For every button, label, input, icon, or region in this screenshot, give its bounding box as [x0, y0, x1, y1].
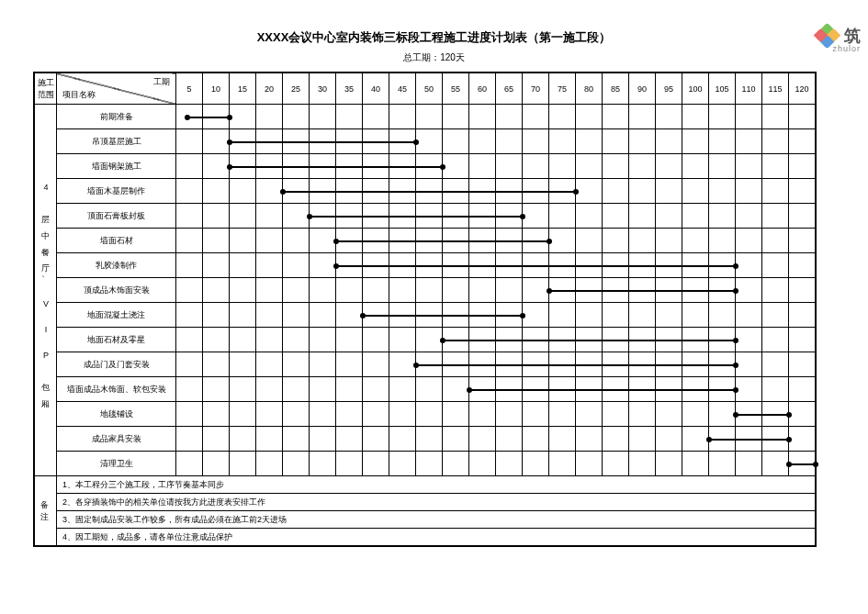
page-title: XXXX会议中心室内装饰三标段工程施工进度计划表（第一施工段）	[0, 29, 868, 46]
header-item-label: 项目名称	[62, 89, 96, 101]
tick-header: 105	[709, 73, 736, 105]
tick-header: 70	[523, 73, 549, 105]
gantt-bar	[469, 389, 736, 391]
gantt-bar	[336, 240, 549, 242]
gantt-cell	[176, 303, 203, 328]
gantt-cell	[176, 352, 203, 377]
header-scope: 施工范围	[35, 73, 57, 105]
tick-header: 65	[496, 73, 523, 105]
gantt-cell	[176, 427, 203, 452]
task-name: 吊顶基层施工	[57, 129, 176, 154]
tick-header: 100	[682, 73, 709, 105]
task-name: 地面石材及零星	[57, 328, 176, 352]
note-line: 1、本工程分三个施工段，工序节奏基本同步	[57, 476, 816, 494]
scope-label: 4 层 中 餐 厅 、 V I P 包 厢	[39, 183, 51, 396]
gantt-bar	[230, 166, 443, 168]
tick-header: 120	[789, 73, 816, 105]
tick-header: 85	[603, 73, 629, 105]
watermark-subtext: zhulor	[832, 44, 861, 53]
gantt-bar	[789, 463, 816, 465]
task-name: 成品家具安装	[57, 427, 176, 452]
task-name: 墙面钢架施工	[57, 154, 176, 179]
header-diagonal: 工期 项目名称	[57, 73, 176, 105]
note-line: 4、因工期短，成品多，请各单位注意成品保护	[57, 529, 816, 546]
gantt-bar	[709, 439, 789, 441]
task-name: 乳胶漆制作	[57, 253, 176, 278]
tick-header: 80	[576, 73, 603, 105]
tick-header: 10	[203, 73, 230, 105]
task-name: 地面混凝土浇注	[57, 303, 176, 328]
gantt-cell	[176, 377, 203, 402]
task-name: 墙面木基层制作	[57, 179, 176, 204]
tick-header: 40	[363, 73, 389, 105]
gantt-cell	[176, 452, 203, 476]
note-line: 3、固定制成品安装工作较多，所有成品必须在施工前2天进场	[57, 511, 816, 529]
tick-header: 15	[230, 73, 256, 105]
gantt-bar	[336, 265, 736, 267]
gantt-bar	[363, 315, 523, 317]
gantt-bar	[416, 364, 736, 366]
task-name: 墙面成品木饰面、软包安装	[57, 377, 176, 402]
note-line: 2、各穿插装饰中的相关单位请按我方此进度表安排工作	[57, 494, 816, 511]
gantt-cell	[176, 229, 203, 253]
header-duration-label: 工期	[153, 76, 170, 88]
gantt-bar	[187, 117, 230, 118]
tick-header: 25	[283, 73, 310, 105]
task-name: 清理卫生	[57, 452, 176, 476]
tick-header: 95	[656, 73, 682, 105]
page-subtitle: 总工期：120天	[0, 51, 868, 64]
gantt-cell	[176, 129, 203, 154]
tick-header: 90	[629, 73, 656, 105]
gantt-table: 施工范围 工期 项目名称 510152025303540455055606570…	[33, 72, 817, 547]
tick-header: 45	[389, 73, 416, 105]
gantt-cell	[176, 204, 203, 229]
gantt-cell	[176, 328, 203, 352]
tick-header: 55	[443, 73, 469, 105]
gantt-bar	[443, 340, 736, 341]
tick-header: 115	[762, 73, 789, 105]
tick-header: 20	[256, 73, 283, 105]
gantt-bar	[736, 414, 789, 416]
task-name: 前期准备	[57, 105, 176, 129]
task-name: 顶面石膏板封板	[57, 204, 176, 229]
gantt-bar	[310, 216, 523, 218]
tick-header: 60	[469, 73, 496, 105]
tick-header: 75	[549, 73, 576, 105]
gantt-bar	[549, 290, 736, 292]
tick-header: 50	[416, 73, 443, 105]
task-name: 墙面石材	[57, 229, 176, 253]
task-name: 成品门及门套安装	[57, 352, 176, 377]
tick-header: 110	[736, 73, 762, 105]
tick-header: 35	[336, 73, 363, 105]
notes-label-cell: 备注	[35, 476, 57, 546]
gantt-cell	[176, 278, 203, 303]
tick-header: 30	[310, 73, 336, 105]
gantt-cell	[176, 253, 203, 278]
scope-cell: 4 层 中 餐 厅 、 V I P 包 厢	[35, 105, 57, 476]
gantt-cell	[176, 402, 203, 427]
tick-header: 5	[176, 73, 203, 105]
task-name: 地毯铺设	[57, 402, 176, 427]
gantt-cell	[176, 154, 203, 179]
gantt-bar	[283, 191, 576, 193]
gantt-cell	[176, 179, 203, 204]
gantt-cell	[176, 105, 203, 129]
task-name: 顶成品木饰面安装	[57, 278, 176, 303]
gantt-bar	[230, 141, 416, 143]
